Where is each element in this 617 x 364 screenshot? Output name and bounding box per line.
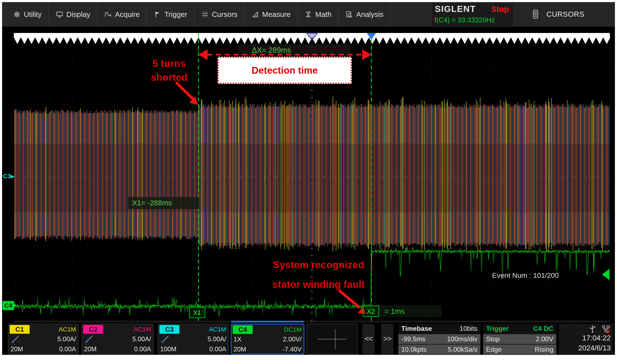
channel4-coupling: DC1M: [284, 326, 302, 333]
turns-shorted-callout: 5 turns shorted: [136, 57, 203, 84]
trigger-level-marker[interactable]: [602, 269, 609, 280]
probe-icon: [160, 335, 170, 345]
menu-utility[interactable]: Utility: [6, 2, 49, 27]
timebase-scale: 100ms/div: [447, 335, 477, 343]
menu-trigger[interactable]: Trigger: [147, 2, 194, 27]
display-icon: [55, 11, 64, 18]
brand-status-block: SIGLENT Stop f(C4) = 33.33320Hz: [431, 3, 514, 26]
horizontal-scroll-track[interactable]: [14, 321, 610, 323]
scope-screen: Utility Display Acquire Trigger Cursors …: [2, 2, 615, 355]
channel4-reference-marker[interactable]: C4: [2, 301, 14, 310]
acquire-icon: [104, 11, 112, 18]
frequency-counter-readout: f(C4) = 33.33320Hz: [434, 16, 495, 24]
lan-disconnected-icon: [602, 325, 610, 334]
menu-math[interactable]: Math: [298, 2, 339, 27]
channel1-scale: 5.00A/: [57, 335, 76, 343]
channel1-descriptor[interactable]: C1 AC1M 5.00A/ 20M 0.00A: [8, 324, 79, 354]
trigger-title: Trigger: [486, 325, 509, 333]
measure-icon: [251, 11, 259, 18]
fault-recognized-callout: System recognized stator winding fault: [262, 255, 375, 294]
channel2-descriptor[interactable]: C2 AC1M 5.00A/ 20M 0.00A: [81, 324, 154, 354]
trigger-source: C4 DC: [533, 325, 553, 333]
delay-reference-marker: [306, 33, 318, 41]
channel4-bandwidth: 20M: [233, 346, 246, 353]
horizontal-scroll-thumb[interactable]: [231, 321, 304, 323]
trigger-panel[interactable]: TriggerC4 DC Stop2.00V EdgeRising: [483, 324, 556, 354]
acquisition-status[interactable]: Stop: [491, 5, 509, 14]
menu-cursors[interactable]: Cursors: [194, 2, 245, 27]
gear-icon: [13, 11, 21, 18]
crosshair-icon: [315, 328, 349, 351]
channel4-scale: 2.00V/: [283, 336, 302, 343]
timebase-panel[interactable]: Timebase10bits -99.5ms100ms/div 10.0kpts…: [398, 324, 480, 354]
event-number-readout: Event Num : 101/200: [492, 271, 559, 279]
delta-x-readout: ΔX= 289ms: [238, 44, 351, 57]
flag-icon: [154, 11, 161, 18]
menu-analysis-label: Analysis: [356, 10, 383, 19]
channel4-probe-atten: 1X: [233, 335, 241, 343]
waveform-display[interactable]: ΔX= 289ms Detection time 5 turns shorted…: [2, 27, 615, 323]
channel1-offset: 0.00A: [59, 345, 76, 353]
empty-slot-crosshair[interactable]: [307, 324, 358, 354]
math-icon: [304, 11, 312, 18]
timebase-points: 10.0kpts: [401, 346, 427, 353]
cursor-x1-readout: X1= -288ms: [128, 197, 199, 209]
cursor-x2-handle[interactable]: X2: [363, 306, 379, 317]
detection-time-callout: Detection time: [218, 57, 352, 84]
active-dialog-label[interactable]: CURSORS: [546, 10, 584, 18]
timebase-bits: 10bits: [460, 325, 477, 333]
menu-measure-label: Measure: [262, 10, 291, 19]
system-info-panel: 17:04:22 2024/6/13: [559, 324, 613, 354]
channel3-reference-marker[interactable]: C3▸: [3, 172, 14, 180]
menu-display[interactable]: Display: [49, 2, 97, 27]
channel3-scale: 5.00A/: [207, 335, 226, 343]
timebase-delay: -99.5ms: [401, 335, 426, 343]
channel1-tag[interactable]: C1: [10, 325, 30, 334]
trigger-position-marker[interactable]: [367, 33, 376, 40]
trigger-slope: Rising: [535, 346, 553, 353]
channel4-offset: -7.40V: [282, 346, 302, 353]
cursor-x1-handle[interactable]: X1: [189, 307, 205, 318]
menu-acquire[interactable]: Acquire: [97, 2, 147, 27]
trigger-status: Stop: [486, 335, 500, 343]
channel2-scale: 5.00A/: [132, 335, 151, 343]
menu-acquire-label: Acquire: [115, 10, 140, 19]
timebase-sample-rate: 5.00kSa/s: [448, 346, 477, 353]
clock-time: 17:04:22: [582, 334, 611, 342]
channel3-offset: 0.00A: [209, 345, 226, 353]
menu-bar: Utility Display Acquire Trigger Cursors …: [2, 2, 615, 27]
trigger-type: Edge: [486, 346, 502, 353]
channel2-coupling: AC1M: [134, 326, 151, 333]
trigger-level: 2.00V: [536, 335, 553, 343]
probe-icon: [84, 335, 94, 345]
menu-trigger-label: Trigger: [164, 10, 187, 19]
brand-logo: SIGLENT: [435, 4, 476, 14]
channel3-descriptor[interactable]: C3 AC1M 5.00A/ 100M 0.00A: [158, 324, 229, 354]
usb-icon: [588, 325, 597, 334]
channel2-tag[interactable]: C2: [83, 325, 103, 334]
probe-icon: [11, 335, 20, 345]
menu-cursors-label: Cursors: [212, 10, 238, 19]
channel3-bandwidth: 100M: [160, 345, 176, 353]
channel3-tag[interactable]: C3: [159, 325, 179, 334]
channel3-coupling: AC1M: [209, 326, 226, 333]
menu-panel-icon[interactable]: [530, 9, 541, 20]
channel1-coupling: AC1M: [59, 326, 76, 333]
channel1-bandwidth: 20M: [11, 345, 23, 353]
menu-analysis[interactable]: Analysis: [339, 2, 390, 27]
channel2-offset: 0.00A: [134, 345, 151, 353]
oscilloscope-screenshot: Utility Display Acquire Trigger Cursors …: [0, 0, 617, 364]
history-forward-button[interactable]: >>: [381, 324, 393, 354]
menu-measure[interactable]: Measure: [245, 2, 298, 27]
channel4-descriptor[interactable]: C4 DC1M 1X 2.00V/ 20M -7.40V: [231, 324, 304, 354]
menu-math-label: Math: [315, 10, 332, 19]
timebase-title: Timebase: [401, 325, 432, 333]
menu-utility-label: Utility: [24, 10, 42, 19]
channel4-tag[interactable]: C4: [233, 325, 253, 334]
history-back-button[interactable]: <<: [362, 324, 375, 354]
analysis-icon: [345, 11, 353, 18]
cursors-grid-icon: [201, 11, 209, 18]
menu-display-label: Display: [67, 10, 91, 19]
channel2-bandwidth: 20M: [84, 345, 96, 353]
clock-date: 2024/6/13: [578, 344, 611, 352]
